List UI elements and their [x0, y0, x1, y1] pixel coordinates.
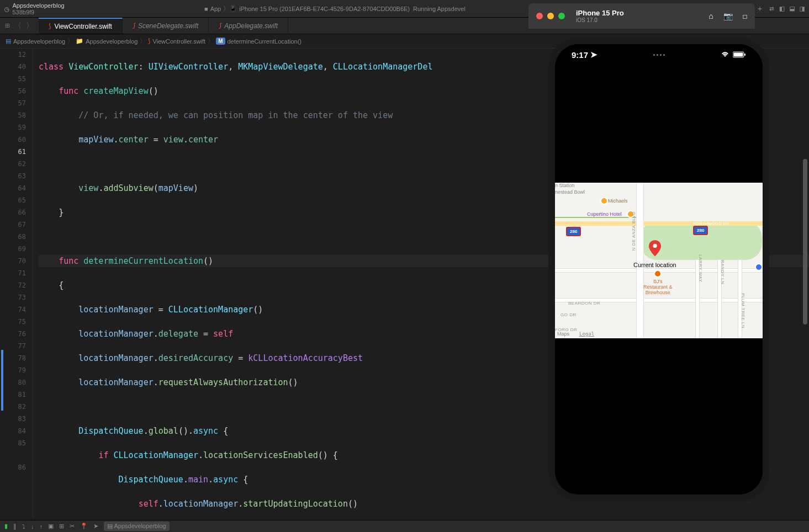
editor-scrollbar[interactable]	[801, 49, 809, 520]
simulator-titlebar: iPhone 15 Pro iOS 17.0 ⌂ 📷 ◻	[528, 3, 755, 29]
battery-icon	[733, 50, 746, 60]
related-items-icon[interactable]: ⊞	[3, 19, 11, 33]
step-over-icon[interactable]: ⤵	[22, 523, 25, 530]
poi-hotel: Cupertino Hotel	[587, 211, 622, 217]
highway-shield: 280	[693, 226, 708, 235]
user-location-dot	[755, 263, 763, 271]
iphone-simulator[interactable]: 9:17 ➤ 280 280	[548, 38, 769, 501]
nav-back-icon[interactable]: 〈	[12, 19, 23, 33]
panel-right-icon[interactable]: ◨	[800, 4, 805, 14]
breadcrumb-method: M determineCurrentLocation()	[216, 38, 302, 45]
wifi-icon	[721, 50, 729, 60]
window-icon[interactable]: ◻	[743, 12, 747, 20]
maps-attribution: Maps	[557, 331, 569, 337]
street-northwood: NORTHWOOD DR	[693, 222, 729, 226]
home-icon[interactable]: ⌂	[708, 12, 713, 20]
traffic-close[interactable]	[536, 13, 543, 19]
scheme-badge[interactable]: ▤ Appsdeveloperblog	[104, 522, 170, 531]
street-beardon: BEARDON DR	[568, 301, 600, 306]
traffic-zoom[interactable]	[558, 13, 565, 19]
street-go: GO DR	[561, 312, 577, 317]
plus-icon[interactable]: ＋	[756, 4, 764, 14]
nav-forward-icon[interactable]: 〉	[24, 19, 35, 33]
step-out-icon[interactable]: ↑	[40, 523, 43, 530]
svg-rect-1	[734, 52, 743, 56]
library-icon[interactable]: ⇄	[769, 4, 774, 14]
svg-rect-2	[744, 54, 745, 56]
screenshot-icon[interactable]: 📷	[723, 12, 733, 20]
debug-view-icon[interactable]: ▣	[48, 523, 54, 530]
toggle-console-icon[interactable]: ▮	[4, 523, 8, 530]
street-plum: PLUM TREE LN	[741, 293, 745, 328]
tab-appdelegate[interactable]: ⟆ AppDelegate.swift	[209, 18, 288, 34]
panel-left-icon[interactable]: ◧	[780, 4, 784, 14]
pin-label: Current location	[633, 262, 676, 268]
swift-icon: ⟆	[219, 22, 221, 29]
svg-point-3	[653, 244, 657, 248]
poi-restaurant: BJ's Restaurant & Brewhouse	[643, 270, 673, 295]
tab-viewcontroller[interactable]: ⟆ ViewController.swift	[39, 18, 122, 34]
breadcrumb-group: 📁 Appsdeveloperblog	[76, 38, 138, 45]
traffic-minimize[interactable]	[547, 13, 554, 19]
tab-scenedelegate[interactable]: ⟆ SceneDelegate.swift	[123, 18, 209, 34]
poi-bowl: nestead Bowl	[555, 189, 585, 195]
street-randy: RANDY LN	[720, 260, 725, 284]
swift-icon: ⟆	[49, 23, 51, 30]
poi-michaels: Michaels	[608, 198, 628, 204]
legal-link[interactable]: Legal	[579, 331, 594, 337]
breadcrumb-project: ▤ Appsdeveloperblog	[6, 38, 65, 45]
map-view[interactable]: 280 280 Cupertino Hotel Michaels n Stati…	[555, 183, 763, 338]
location-arrow-icon: ➤	[590, 50, 598, 60]
panel-bottom-icon[interactable]: ⬓	[790, 4, 794, 14]
map-pin[interactable]	[649, 240, 661, 257]
street-nanza: N DE ANZA BLVD	[631, 211, 636, 251]
breadcrumb-file: ⟆ ViewController.swift	[148, 38, 205, 45]
run-status: ■ App 〉📱 iPhone 15 Pro (201EAF6B-E74C-45…	[204, 4, 466, 13]
env-icon[interactable]: ✂	[70, 523, 75, 530]
pause-icon[interactable]: ‖	[13, 523, 17, 530]
memory-icon[interactable]: ⊞	[59, 523, 64, 530]
debug-bar: ▮ ‖ ⤵ ↓ ↑ ▣ ⊞ ✂ 📍 ➤ ▤ Appsdeveloperblog	[0, 520, 809, 532]
git-info: Appsdeveloperblog 538b9f9	[12, 2, 64, 15]
simulator-title: iPhone 15 Pro iOS 17.0	[576, 9, 624, 23]
poi-station: n Station	[555, 183, 575, 188]
highway-shield: 280	[566, 227, 581, 236]
iphone-status-bar: 9:17 ➤	[555, 50, 763, 60]
loc-sim-icon[interactable]: 📍	[80, 523, 88, 530]
swift-icon: ⟆	[133, 22, 135, 29]
send-icon[interactable]: ➤	[93, 523, 98, 530]
line-gutter: 1240555657585960616263646566676869707172…	[0, 49, 33, 520]
street-larry: LARRY WAY	[698, 254, 703, 282]
change-ribbon	[0, 49, 2, 520]
step-into-icon[interactable]: ↓	[31, 523, 34, 530]
history-icon: ◷	[4, 4, 9, 13]
